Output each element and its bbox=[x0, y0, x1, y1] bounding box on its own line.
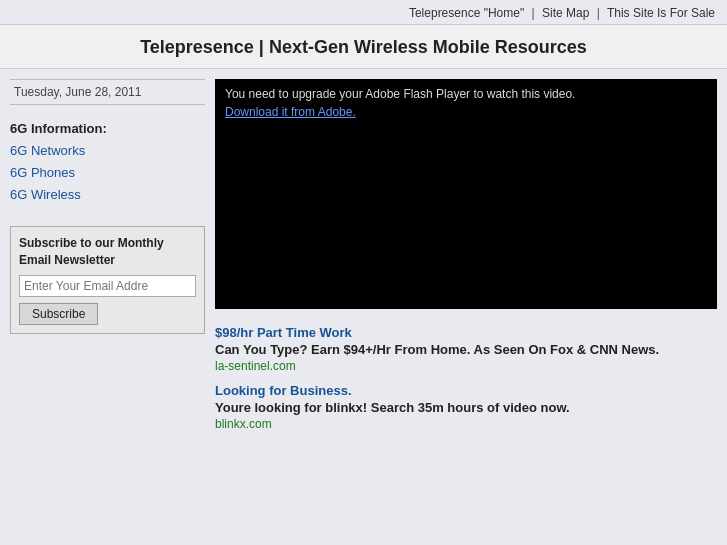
ad-1-desc: Can You Type? Earn $94+/Hr From Home. As… bbox=[215, 342, 717, 357]
video-player-area bbox=[225, 119, 707, 301]
ad-2-url[interactable]: blinkx.com bbox=[215, 417, 717, 431]
content-area: Tuesday, June 28, 2011 6G Information: 6… bbox=[0, 69, 727, 545]
ad-1-url[interactable]: la-sentinel.com bbox=[215, 359, 717, 373]
video-download-link[interactable]: Download it from Adobe. bbox=[225, 105, 707, 119]
ad-2-title[interactable]: Looking for Business. bbox=[215, 383, 717, 398]
left-sidebar: Tuesday, June 28, 2011 6G Information: 6… bbox=[10, 79, 205, 535]
site-title: Telepresence | Next-Gen Wireless Mobile … bbox=[10, 37, 717, 58]
nav-sep1: | bbox=[532, 6, 535, 20]
nav-forsale-link[interactable]: This Site Is For Sale bbox=[607, 6, 715, 20]
ad-block-1: $98/hr Part Time Work Can You Type? Earn… bbox=[215, 325, 717, 373]
video-container: You need to upgrade your Adobe Flash Pla… bbox=[215, 79, 717, 309]
link-6g-wireless[interactable]: 6G Wireless bbox=[10, 184, 205, 206]
nav-sep2: | bbox=[597, 6, 600, 20]
info-heading: 6G Information: bbox=[10, 121, 205, 136]
info-section: 6G Information: 6G Networks 6G Phones 6G… bbox=[10, 121, 205, 206]
nav-sitemap-link[interactable]: Site Map bbox=[542, 6, 589, 20]
main-content: You need to upgrade your Adobe Flash Pla… bbox=[215, 79, 717, 535]
newsletter-box: Subscribe to our Monthly Email Newslette… bbox=[10, 226, 205, 334]
ads-section: $98/hr Part Time Work Can You Type? Earn… bbox=[215, 321, 717, 431]
newsletter-subscribe-button[interactable]: Subscribe bbox=[19, 303, 98, 325]
link-6g-networks[interactable]: 6G Networks bbox=[10, 140, 205, 162]
video-upgrade-message: You need to upgrade your Adobe Flash Pla… bbox=[225, 87, 707, 101]
newsletter-title: Subscribe to our Monthly Email Newslette… bbox=[19, 235, 196, 269]
date-display: Tuesday, June 28, 2011 bbox=[10, 79, 205, 105]
top-navigation: Telepresence "Home" | Site Map | This Si… bbox=[0, 0, 727, 25]
ad-2-desc: Youre looking for blinkx! Search 35m hou… bbox=[215, 400, 717, 415]
newsletter-email-input[interactable] bbox=[19, 275, 196, 297]
ad-block-2: Looking for Business. Youre looking for … bbox=[215, 383, 717, 431]
site-title-bar: Telepresence | Next-Gen Wireless Mobile … bbox=[0, 25, 727, 69]
link-6g-phones[interactable]: 6G Phones bbox=[10, 162, 205, 184]
ad-1-title[interactable]: $98/hr Part Time Work bbox=[215, 325, 717, 340]
nav-home-link[interactable]: Telepresence "Home" bbox=[409, 6, 524, 20]
